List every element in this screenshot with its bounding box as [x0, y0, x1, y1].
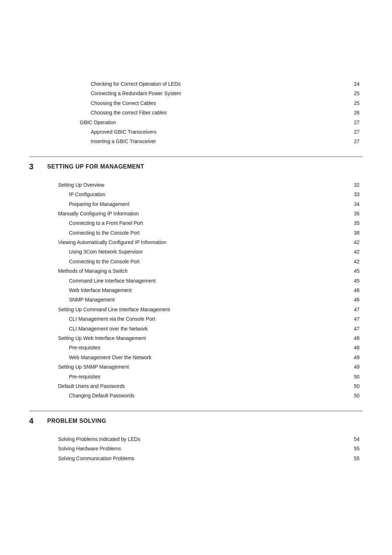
- toc-entry: Using 3Com Network Supervisor 42: [58, 248, 363, 256]
- toc-entry: GBIC Operation 27: [80, 118, 363, 126]
- toc-entry: Connecting to a Front Panel Port 35: [58, 219, 363, 227]
- toc-entry: Solving Problems Indicated by LEDs 54: [58, 435, 363, 443]
- toc-entry: Connecting to the Console Port 38: [58, 229, 363, 237]
- toc-entry: Connecting a Redundant Power System 25: [80, 89, 363, 97]
- entry-title: Connecting to the Console Port: [69, 258, 350, 266]
- entry-title: Preparing for Management: [69, 200, 350, 208]
- page-number: 38: [354, 229, 363, 237]
- page-number: 50: [354, 392, 363, 400]
- page-number: 25: [354, 99, 363, 107]
- entry-title: SNMP Management: [69, 296, 350, 304]
- page-number: 27: [354, 118, 363, 126]
- page-number: 25: [354, 89, 363, 97]
- page-number: 48: [354, 334, 363, 342]
- entry-title: Choosing the correct Fiber cables: [91, 109, 350, 117]
- page-number: 48: [354, 344, 363, 352]
- page-number: 49: [354, 363, 363, 371]
- page-number: 27: [354, 128, 363, 136]
- page: Checking for Correct Operation of LEDs 2…: [0, 0, 392, 555]
- toc-entry: Manually Configuring IP Information 35: [58, 210, 363, 218]
- page-number: 45: [354, 267, 363, 275]
- entry-title: Inserting a GBIC Transceiver: [91, 137, 350, 145]
- toc-entry: Default Users and Passwords 50: [58, 382, 363, 390]
- page-number: 46: [354, 296, 363, 304]
- toc-entry: Approved GBIC Transceivers 27: [80, 128, 363, 136]
- toc-entry: Changing Default Passwords 50: [58, 392, 363, 400]
- page-number: 46: [354, 286, 363, 294]
- entry-title: Choosing the Correct Cables: [91, 99, 350, 107]
- entry-title: Approved GBIC Transceivers: [91, 128, 350, 136]
- entry-title: Command Line Interface Management: [69, 277, 350, 285]
- toc-entry: Setting Up SNMP Management 49: [58, 363, 363, 371]
- entry-title: IP Configuration: [69, 190, 350, 198]
- chapter-entries: Solving Problems Indicated by LEDs 54 So…: [29, 435, 363, 462]
- entry-title: Setting Up SNMP Management: [58, 363, 350, 371]
- entry-title: Setting Up Web Interface Management: [58, 334, 350, 342]
- entry-title: Methods of Managing a Switch: [58, 267, 350, 275]
- toc-entry: CLI Management over the Network 47: [58, 325, 363, 333]
- entry-title: Solving Communication Problems: [58, 454, 350, 462]
- entry-title: Solving Problems Indicated by LEDs: [58, 435, 350, 443]
- page-number: 35: [354, 210, 363, 218]
- entry-title: Solving Hardware Problems: [58, 445, 350, 453]
- chapter-header: 3Setting Up for Management: [29, 157, 363, 177]
- chapter-title: Problem Solving: [47, 418, 106, 424]
- chapter-number: 3: [29, 162, 47, 171]
- entry-title: CLI Management over the Network: [69, 325, 350, 333]
- page-number: 50: [354, 382, 363, 390]
- page-number: 42: [354, 248, 363, 256]
- toc-entry: Checking for Correct Operation of LEDs 2…: [80, 80, 363, 88]
- page-number: 45: [354, 277, 363, 285]
- chapters-container: 3Setting Up for Management Setting Up Ov…: [29, 157, 363, 462]
- toc-entry: Preparing for Management 34: [58, 200, 363, 208]
- toc-entry: Choosing the correct Fiber cables 26: [80, 109, 363, 117]
- toc-entry: Setting Up Web Interface Management 48: [58, 334, 363, 342]
- toc-entry: Inserting a GBIC Transceiver 27: [80, 137, 363, 145]
- entry-title: CLI Management via the Console Port: [69, 315, 350, 323]
- toc-entry: Setting Up Command Line Interface Manage…: [58, 305, 363, 313]
- toc-entry: Connecting to the Console Port 42: [58, 258, 363, 266]
- toc-entry: Setting Up Overview 32: [58, 181, 363, 189]
- toc-entry: Pre-requisites 48: [58, 344, 363, 352]
- entry-title: Connecting a Redundant Power System: [91, 89, 350, 97]
- entry-title: Changing Default Passwords: [69, 392, 350, 400]
- page-number: 49: [354, 353, 363, 361]
- page-number: 32: [354, 181, 363, 189]
- chapter-number: 4: [29, 416, 47, 426]
- toc-entry: CLI Management via the Console Port 47: [58, 315, 363, 323]
- entry-title: Setting Up Command Line Interface Manage…: [58, 305, 350, 313]
- entry-title: Web Management Over the Network: [69, 353, 350, 361]
- entry-title: Connecting to the Console Port: [69, 229, 350, 237]
- page-number: 26: [354, 109, 363, 117]
- toc-entry: SNMP Management 46: [58, 296, 363, 304]
- toc-entry: Command Line Interface Management 45: [58, 277, 363, 285]
- entry-title: Checking for Correct Operation of LEDs: [91, 80, 350, 88]
- chapter-3: 3Setting Up for Management Setting Up Ov…: [29, 157, 363, 400]
- page-number: 24: [354, 80, 363, 88]
- page-number: 33: [354, 190, 363, 198]
- page-number: 42: [354, 238, 363, 246]
- entry-title: Viewing Automatically Configured IP Info…: [58, 238, 350, 246]
- page-number: 47: [354, 315, 363, 323]
- toc-entry: IP Configuration 33: [58, 190, 363, 198]
- toc-entry: Methods of Managing a Switch 45: [58, 267, 363, 275]
- entry-title: GBIC Operation: [80, 118, 350, 126]
- chapter-title: Setting Up for Management: [47, 163, 144, 170]
- top-continuation: Checking for Correct Operation of LEDs 2…: [29, 22, 363, 146]
- page-number: 55: [354, 445, 363, 453]
- entry-title: Web Interface Management: [69, 286, 350, 294]
- toc-entry: Pre-requisites 50: [58, 373, 363, 381]
- entry-title: Connecting to a Front Panel Port: [69, 219, 350, 227]
- entry-title: Using 3Com Network Supervisor: [69, 248, 350, 256]
- toc-entry: Viewing Automatically Configured IP Info…: [58, 238, 363, 246]
- page-number: 27: [354, 137, 363, 145]
- page-number: 55: [354, 454, 363, 462]
- entry-title: Pre-requisites: [69, 344, 350, 352]
- chapter-entries: Setting Up Overview 32 IP Configuration …: [29, 181, 363, 400]
- entry-title: Pre-requisites: [69, 373, 350, 381]
- entry-title: Manually Configuring IP Information: [58, 210, 350, 218]
- toc-entry: Web Interface Management 46: [58, 286, 363, 294]
- page-number: 42: [354, 258, 363, 266]
- toc-entry: Solving Communication Problems 55: [58, 454, 363, 462]
- entry-title: Default Users and Passwords: [58, 382, 350, 390]
